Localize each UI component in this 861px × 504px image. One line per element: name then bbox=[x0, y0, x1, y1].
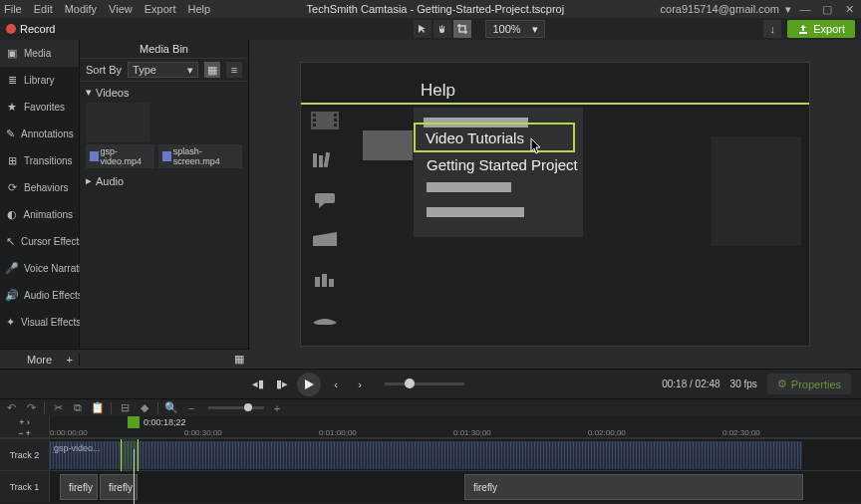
next-frame-button[interactable]: › bbox=[351, 376, 369, 393]
track-header-controls[interactable]: −+ bbox=[0, 428, 50, 437]
user-email[interactable]: cora915714@gmail.com bbox=[661, 3, 779, 15]
cut-button[interactable]: ✂ bbox=[51, 401, 65, 415]
sort-by-select[interactable]: Type▾ bbox=[128, 62, 198, 78]
svg-rect-10 bbox=[315, 193, 335, 203]
tool-behaviors[interactable]: ⟳Behaviors bbox=[0, 174, 79, 201]
plus-icon[interactable]: + bbox=[19, 417, 24, 427]
step-fwd-button[interactable]: ‹ bbox=[327, 376, 345, 393]
media-item[interactable]: gsp-video.mp4 bbox=[86, 144, 154, 168]
help-option-getting-started[interactable]: Getting Started Project bbox=[427, 156, 578, 173]
mic-icon: 🎤 bbox=[6, 262, 18, 275]
slider-knob[interactable] bbox=[405, 378, 415, 388]
timeline-ruler[interactable]: 0:00:00;00 0:00:30;00 0:01:00;00 0:01:30… bbox=[50, 428, 861, 437]
chevron-icon[interactable]: › bbox=[27, 417, 30, 427]
svg-rect-6 bbox=[334, 124, 337, 126]
undo-button[interactable]: ↶ bbox=[4, 401, 18, 415]
timeline-zoom-slider[interactable] bbox=[208, 406, 264, 409]
minimize-button[interactable]: — bbox=[797, 2, 813, 16]
plus-icon: + bbox=[67, 354, 73, 366]
selection-region[interactable] bbox=[121, 439, 139, 471]
paste-button[interactable]: 📋 bbox=[91, 401, 105, 415]
tool-transitions[interactable]: ⊞Transitions bbox=[0, 147, 79, 174]
audio-clip[interactable]: firefly bbox=[60, 474, 98, 500]
zoom-out-button[interactable]: − bbox=[184, 401, 198, 415]
maximize-button[interactable]: ▢ bbox=[819, 2, 835, 16]
share-dropdown[interactable]: ↓ bbox=[763, 20, 781, 38]
plus-icon[interactable]: + bbox=[26, 428, 31, 438]
crop-tool[interactable] bbox=[453, 20, 471, 38]
record-icon bbox=[6, 24, 16, 34]
apps-view[interactable]: ▦ bbox=[229, 353, 249, 366]
canvas-sidebar-icons bbox=[311, 111, 339, 330]
tool-voice-narration[interactable]: 🎤Voice Narration bbox=[0, 255, 79, 282]
canvas-frame[interactable]: Help Video Tutorials Getting Started Pro… bbox=[300, 62, 810, 347]
tool-cursor-effects[interactable]: ↖Cursor Effects bbox=[0, 228, 79, 255]
copy-button[interactable]: ⧉ bbox=[71, 401, 85, 415]
menu-export[interactable]: Export bbox=[144, 3, 176, 15]
playhead-line[interactable] bbox=[134, 449, 135, 504]
menu-view[interactable]: View bbox=[109, 3, 133, 15]
tool-annotations[interactable]: ✎Annotations bbox=[0, 121, 79, 147]
tool-audio-effects[interactable]: 🔊Audio Effects bbox=[0, 282, 79, 309]
hand-tool[interactable] bbox=[433, 20, 451, 38]
export-button[interactable]: Export bbox=[787, 20, 855, 38]
chevron-down-icon[interactable]: ▾ bbox=[785, 3, 791, 16]
track-label[interactable]: Track 2 bbox=[0, 439, 50, 470]
zoom-select[interactable]: 100% ▾ bbox=[485, 20, 545, 38]
step-back-button[interactable]: ▮▸ bbox=[273, 376, 291, 393]
playhead-marker-icon[interactable] bbox=[128, 416, 140, 428]
split-button[interactable]: ⊟ bbox=[118, 401, 132, 415]
media-thumbnail[interactable] bbox=[86, 103, 149, 142]
menu-help[interactable]: Help bbox=[188, 3, 211, 15]
speaker-icon: 🔊 bbox=[6, 289, 18, 302]
menu-file[interactable]: File bbox=[4, 3, 22, 15]
close-button[interactable]: ✕ bbox=[841, 2, 857, 16]
media-item[interactable]: splash-screen.mp4 bbox=[158, 144, 242, 168]
playback-controls: ◂▮ ▮▸ ‹ › 00:18 / 02:48 30 fps ⚙Properti… bbox=[0, 369, 861, 398]
arrow-tool[interactable] bbox=[414, 20, 431, 38]
track-content[interactable]: gsp-video... bbox=[50, 439, 861, 470]
chevron-right-icon: ▸ bbox=[86, 174, 92, 187]
media-group-videos[interactable]: ▾Videos bbox=[80, 82, 248, 103]
track-content[interactable]: firefly firefly firefly bbox=[50, 471, 861, 502]
tool-animations[interactable]: ◐Animations bbox=[0, 201, 79, 228]
audio-clip[interactable]: firefly bbox=[100, 474, 138, 500]
playhead[interactable]: 0:00:18;22 bbox=[128, 416, 186, 428]
track-header-controls[interactable]: +› bbox=[0, 416, 50, 428]
minus-icon[interactable]: − bbox=[18, 428, 23, 438]
media-group-audio[interactable]: ▸Audio bbox=[80, 170, 248, 191]
time-mark: 0:02:30;00 bbox=[722, 428, 760, 437]
track-label[interactable]: Track 1 bbox=[0, 471, 50, 502]
prev-frame-button[interactable]: ◂▮ bbox=[249, 376, 267, 393]
film-icon bbox=[162, 151, 171, 161]
accent-line bbox=[301, 103, 809, 105]
tool-media[interactable]: ▣Media bbox=[0, 40, 79, 67]
tool-visual-effects[interactable]: ✦Visual Effects bbox=[0, 309, 79, 336]
tool-favorites[interactable]: ★Favorites bbox=[0, 94, 79, 121]
menu-edit[interactable]: Edit bbox=[34, 3, 53, 15]
redo-button[interactable]: ↷ bbox=[24, 401, 38, 415]
gear-icon: ⚙ bbox=[777, 378, 787, 390]
slider-knob[interactable] bbox=[244, 403, 252, 411]
properties-button[interactable]: ⚙Properties bbox=[767, 374, 851, 394]
svg-rect-12 bbox=[315, 277, 320, 287]
chevron-down-icon: ▾ bbox=[187, 64, 193, 77]
play-button[interactable] bbox=[297, 373, 321, 396]
waveform bbox=[50, 441, 802, 469]
svg-rect-1 bbox=[313, 114, 316, 117]
zoom-fit-button[interactable]: 🔍 bbox=[164, 401, 178, 415]
record-button[interactable]: Record bbox=[6, 23, 55, 35]
marker-button[interactable]: ◆ bbox=[138, 401, 151, 415]
volume-slider[interactable] bbox=[385, 382, 464, 385]
menubar: File Edit Modify View Export Help bbox=[4, 3, 210, 15]
audio-clip[interactable]: firefly bbox=[464, 474, 803, 500]
menu-modify[interactable]: Modify bbox=[65, 3, 97, 15]
view-list[interactable]: ≡ bbox=[226, 62, 242, 78]
tool-library[interactable]: ≣Library bbox=[0, 67, 79, 94]
svg-rect-2 bbox=[313, 119, 316, 122]
more-button[interactable]: More+ bbox=[0, 354, 80, 366]
view-grid[interactable]: ▦ bbox=[204, 62, 220, 78]
zoom-in-button[interactable]: + bbox=[270, 401, 284, 415]
help-option-video-tutorials[interactable]: Video Tutorials bbox=[414, 123, 575, 152]
video-clip[interactable]: gsp-video... bbox=[50, 441, 802, 469]
